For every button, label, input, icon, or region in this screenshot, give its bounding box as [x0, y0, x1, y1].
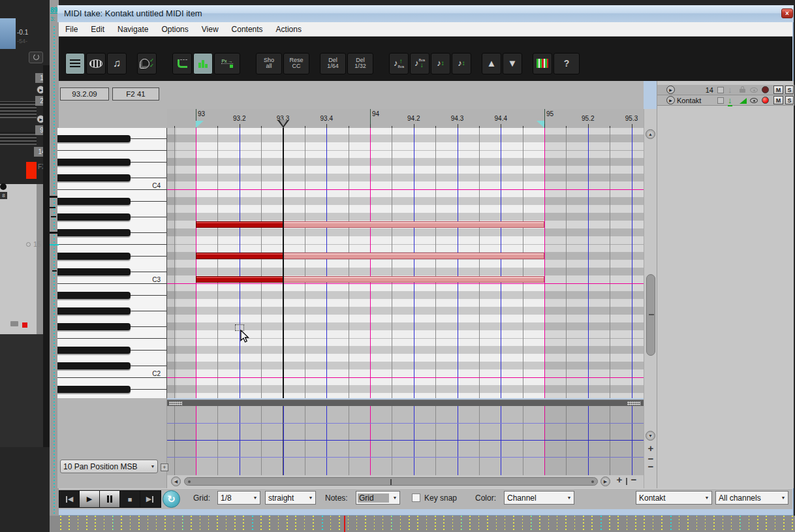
horizontal-scrollbar[interactable]: ◀▶+− [167, 475, 644, 488]
stretch-up-down-2-button[interactable]: ♪↕ [452, 53, 471, 74]
menu-item-navigate[interactable]: Navigate [111, 25, 155, 34]
color-mode-dropdown[interactable]: Channel ▼ [504, 491, 574, 505]
go-to-end-button[interactable]: ▶ [140, 491, 160, 507]
close-button[interactable]: × [781, 8, 793, 18]
midi-note[interactable] [196, 221, 283, 228]
color-palette-button[interactable]: ✓✓ [137, 53, 157, 74]
delete-1-32-button[interactable]: Del1/32 [347, 53, 373, 74]
power-button[interactable] [29, 52, 43, 63]
scroll-right-button[interactable]: ▶ [600, 477, 610, 486]
loop-start-marker[interactable] [196, 121, 204, 128]
piano-key-black[interactable] [57, 307, 131, 315]
cc-curve-button[interactable] [172, 53, 192, 74]
cc-lane-divider[interactable] [167, 399, 644, 406]
position-note-display[interactable]: F2 41 [112, 87, 159, 101]
eye-icon[interactable] [750, 98, 758, 103]
record-arm-icon[interactable] [762, 86, 769, 93]
menu-item-contents[interactable]: Contents [225, 25, 270, 34]
hzoom-in-button[interactable]: + [615, 476, 624, 484]
hzoom-out-button[interactable]: − [629, 476, 638, 484]
mute-button[interactable]: M [773, 86, 783, 94]
menu-item-edit[interactable]: Edit [84, 25, 111, 34]
scroll-up-button[interactable]: ▲ [646, 129, 655, 139]
piano-key-black[interactable] [57, 292, 131, 299]
pause-button[interactable] [100, 491, 119, 507]
vscroll-thumb[interactable] [646, 274, 655, 356]
drum-view-button[interactable] [86, 53, 106, 74]
hscroll-thumb[interactable] [184, 477, 598, 486]
timeline-ruler[interactable]: 9393.293.393.49494.294.394.49595.295.3 [167, 109, 644, 128]
fx-wedge-icon[interactable] [740, 98, 747, 104]
channel-filter-dropdown[interactable]: All channels ▼ [715, 491, 788, 505]
go-to-start-button[interactable]: ◀ [59, 491, 79, 507]
menu-item-view[interactable]: View [195, 25, 225, 34]
stop-button[interactable]: ■ [120, 491, 140, 507]
reset-cc-button[interactable]: ReseCC [283, 53, 309, 74]
note-length-dropdown[interactable]: Grid ▼ [356, 491, 400, 505]
midi-note[interactable] [283, 276, 545, 283]
add-cc-lane-button[interactable]: + [161, 463, 168, 471]
piano-key-black[interactable] [57, 159, 131, 166]
loop-toggle-button[interactable]: ↻ [163, 490, 180, 508]
piano-key-black[interactable] [57, 386, 131, 393]
mute-button[interactable]: M [773, 96, 783, 104]
px-grid-button[interactable]: Px → [214, 53, 240, 74]
record-arm-icon[interactable] [762, 97, 769, 104]
octave-up-button[interactable]: ♪↑8va [389, 53, 409, 74]
import-arrow-icon[interactable]: ↓ [728, 95, 732, 106]
move-down-button[interactable]: ▼ [503, 53, 522, 74]
solo-button[interactable]: S [785, 86, 794, 94]
stretch-up-down-button[interactable]: ♪↕ [431, 53, 450, 74]
midi-note[interactable] [196, 276, 283, 283]
menu-item-file[interactable]: File [59, 25, 84, 34]
piano-key-black[interactable] [57, 213, 131, 221]
velocity-bars-button[interactable] [193, 53, 213, 74]
grid-size-dropdown[interactable]: 1/8 ▼ [217, 491, 260, 505]
piano-key-black[interactable] [57, 268, 131, 275]
piano-roll-grid[interactable] [167, 128, 644, 398]
vzoom-in-button[interactable]: + [646, 445, 655, 452]
help-button[interactable]: ? [553, 53, 580, 74]
piano-key-black[interactable] [57, 174, 131, 181]
move-up-button[interactable]: ▲ [482, 53, 501, 74]
key-snap-checkbox[interactable] [412, 493, 420, 502]
menu-item-actions[interactable]: Actions [270, 25, 308, 34]
piano-key-black[interactable] [57, 253, 131, 260]
loop-end-marker[interactable] [537, 121, 544, 128]
track-checkbox[interactable] [717, 87, 724, 93]
import-arrow-icon[interactable]: ↓ [728, 85, 732, 96]
piano-keyboard[interactable]: C4C3C2 [57, 128, 167, 398]
midi-note[interactable] [283, 221, 545, 228]
track-row[interactable]: ▶14↓MS [657, 85, 794, 95]
delete-1-64-button[interactable]: Del1/64 [320, 53, 346, 74]
notation-view-button[interactable]: ♫ [107, 53, 127, 74]
piano-roll-view-button[interactable] [65, 53, 85, 74]
track-checkbox[interactable] [717, 97, 724, 104]
colored-keys-button[interactable] [533, 53, 552, 74]
scroll-left-button[interactable]: ◀ [171, 477, 181, 486]
vertical-scrollbar[interactable]: ▲▼+−− [644, 109, 657, 488]
piano-key-black[interactable] [57, 229, 131, 236]
cc-lane[interactable] [167, 406, 644, 475]
scroll-down-button[interactable]: ▼ [646, 431, 655, 441]
divider-grip-left[interactable] [169, 401, 182, 405]
track-play-icon[interactable]: ▶ [666, 96, 675, 104]
track-row[interactable]: ▶Kontakt↓MS [657, 95, 794, 106]
play-button[interactable]: ▶ [80, 491, 99, 507]
cc-lane-selector[interactable]: 10 Pan Position MSB ▼ [60, 460, 158, 473]
piano-key-black[interactable] [57, 198, 131, 205]
piano-key-black[interactable] [57, 362, 131, 369]
piano-key-black[interactable] [57, 323, 131, 330]
menu-item-options[interactable]: Options [155, 25, 195, 34]
divider-grip-right[interactable] [627, 401, 640, 405]
show-all-button[interactable]: Shoall [256, 53, 282, 74]
window-title-bar[interactable]: MIDI take: Kontakt untitled MIDI item [57, 5, 794, 22]
solo-button[interactable]: S [785, 96, 794, 104]
swing-dropdown[interactable]: straight ▼ [265, 491, 316, 505]
position-time-display[interactable]: 93.2.09 [60, 87, 109, 101]
midi-note[interactable] [283, 253, 545, 259]
piano-key-black[interactable] [57, 135, 131, 142]
vzoom-out-button-2[interactable]: − [646, 463, 655, 471]
track-filter-dropdown[interactable]: Kontakt ▼ [636, 491, 712, 505]
eye-icon[interactable] [750, 87, 758, 93]
